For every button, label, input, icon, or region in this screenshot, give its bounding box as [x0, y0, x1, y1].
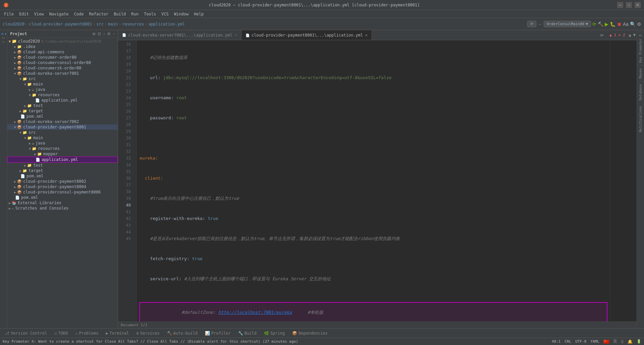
- breadcrumb-src[interactable]: src: [96, 22, 104, 26]
- settings-btn[interactable]: ⚙: [637, 21, 641, 27]
- tree-item-consumer-order80[interactable]: ▶ 📦 cloud-consumer-order80: [7, 55, 118, 60]
- tree-item-consumerconsul[interactable]: ▶ 📦 cloud-consumerconsul-order80: [7, 60, 118, 65]
- scroll-down-btn[interactable]: ▼: [632, 33, 637, 38]
- tree-item-appyml7001[interactable]: 📄 application.yml: [7, 98, 118, 103]
- tree-item-payment8002[interactable]: ▶ 📦 cloud-provider-payment8002: [7, 179, 118, 184]
- menu-refactor[interactable]: Refactor: [86, 11, 111, 17]
- tree-item-appyml8001[interactable]: 📄 application.yml: [7, 157, 118, 163]
- tab-close-eureka7001[interactable]: ✕: [234, 33, 237, 37]
- structure-icon[interactable]: S: [2, 41, 5, 43]
- tab-build[interactable]: 🔧 Build: [235, 330, 260, 337]
- search-btn[interactable]: 🔍: [630, 21, 636, 27]
- tree-item-resources7001[interactable]: ▼ 📁 resources: [7, 92, 118, 98]
- tree-item-eureka7001[interactable]: ▼ 📦 cloud-eureka-server7001: [7, 71, 118, 76]
- menu-build[interactable]: Build: [111, 11, 128, 17]
- tree-item-main7001[interactable]: ▼ 📁 main: [7, 81, 118, 87]
- project-sort-btn[interactable]: ↕: [103, 32, 105, 36]
- tree-item-java8001[interactable]: ▶ ☕ java: [7, 140, 118, 146]
- key-promoter-tab[interactable]: Key Promoter X: [637, 32, 644, 65]
- tree-item-ext-libs[interactable]: ▶ 📚 External Libraries: [7, 200, 118, 206]
- bookmarks-icon[interactable]: B: [2, 37, 5, 39]
- database-tab[interactable]: Database: [637, 81, 644, 103]
- line-separator[interactable]: CRL: [565, 339, 571, 344]
- tree-item-java7001[interactable]: ▶ ☕ java: [7, 87, 118, 92]
- toolbar-back-btn[interactable]: ←: [538, 21, 542, 27]
- tab-services[interactable]: ⚙ Services: [133, 330, 163, 337]
- tab-problems[interactable]: ⚠ Problems: [72, 330, 102, 337]
- tree-item-idea[interactable]: ▶ 📁 .idea: [7, 44, 118, 49]
- project-tree[interactable]: ▼ 📁 cloud2020 E:\idea-workspace\cloud202…: [7, 38, 118, 328]
- project-collapse-btn[interactable]: ⊟: [98, 32, 101, 36]
- tree-item-src7001[interactable]: ▼ 📁 src: [7, 76, 118, 81]
- menu-edit[interactable]: Edit: [16, 11, 32, 17]
- encoding[interactable]: UTF-8: [575, 339, 586, 344]
- breadcrumb-payment8001[interactable]: cloud-provider-payment8001: [29, 22, 92, 26]
- run-config-selector[interactable]: OrderConsulMain80 ▼: [544, 21, 591, 27]
- close-button[interactable]: ✕: [635, 2, 641, 8]
- notification-bell[interactable]: 🔔: [628, 339, 633, 344]
- project-icon[interactable]: P: [1, 33, 6, 35]
- cursor-position[interactable]: 40:1: [552, 339, 561, 344]
- project-close-btn[interactable]: −: [113, 32, 115, 36]
- menu-view[interactable]: View: [32, 11, 47, 17]
- tree-item-payment8001[interactable]: ▼ 📦 cloud-provider-payment8001: [7, 124, 118, 130]
- tree-item-src8001[interactable]: ▼ 📁 src: [7, 130, 118, 135]
- breadcrumb-file[interactable]: application.yml: [149, 22, 185, 26]
- tree-item-target8001[interactable]: ▶ 📁 target: [7, 168, 118, 173]
- project-expand-btn[interactable]: ⊕: [92, 32, 96, 36]
- tree-item-payment8006[interactable]: ▶ 📦 cloud-providerconsul-payment8006: [7, 189, 118, 195]
- build-btn[interactable]: 🔨: [598, 21, 603, 27]
- tab-version-control[interactable]: ⎇ Version Control: [1, 330, 50, 337]
- scroll-up-btn[interactable]: ▲: [628, 33, 632, 38]
- menu-tools[interactable]: Tools: [141, 11, 159, 17]
- menu-vcs[interactable]: VCS: [159, 11, 171, 17]
- breadcrumb-resources[interactable]: resources: [122, 22, 144, 26]
- translate-btn[interactable]: Aa: [623, 21, 629, 27]
- code-editor[interactable]: #记得先创建数据库 url: jdbc:mysql://localhost:33…: [137, 40, 610, 322]
- tab-eureka7001-yml[interactable]: 📄 cloud-eureka-server7001\...\applicatio…: [118, 30, 241, 40]
- tree-item-pom7001[interactable]: 📄 pom.xml: [7, 114, 118, 119]
- tab-todo[interactable]: ☑ TODO: [51, 330, 71, 337]
- tree-item-test8001[interactable]: ▶ 📁 test: [7, 163, 118, 168]
- tab-terminal[interactable]: ▶ Terminal: [103, 330, 132, 337]
- run-btn[interactable]: ▶: [605, 21, 608, 27]
- tree-item-eureka7002[interactable]: ▶ 📦 cloud-eureka-server7002: [7, 119, 118, 124]
- tree-item-resources8001[interactable]: ▼ 📁 resources: [7, 146, 118, 151]
- stop-btn[interactable]: ⏹: [617, 21, 622, 27]
- tree-item-mapper8001[interactable]: ▶ 📁 mapper: [7, 151, 118, 157]
- tab-dependencies[interactable]: 📦 Dependencies: [289, 330, 331, 337]
- tab-profiler[interactable]: 📊 Profiler: [202, 330, 234, 337]
- tree-item-test7001[interactable]: ▶ 📁 test: [7, 103, 118, 108]
- tree-item-payment8004[interactable]: ▶ 📦 cloud-provider-payment8004: [7, 184, 118, 189]
- tree-item-target7001[interactable]: ▶ 📁 target: [7, 108, 118, 114]
- tree-item-scratches[interactable]: ▶ ✏ Scratches and Consoles: [7, 206, 118, 211]
- tree-item-pom8001[interactable]: 📄 pom.xml: [7, 173, 118, 179]
- minimize-button[interactable]: ─: [617, 2, 623, 8]
- breadcrumb-main[interactable]: main: [108, 22, 118, 26]
- tree-item-api-commons[interactable]: ▶ 📦 cloud-api-commons: [7, 49, 118, 55]
- debug-btn[interactable]: 🐛: [610, 21, 615, 27]
- tab-auto-build[interactable]: 🔨 Auto-build: [164, 330, 201, 337]
- menu-window[interactable]: Window: [171, 11, 191, 17]
- menu-run[interactable]: Run: [128, 11, 141, 17]
- menu-code[interactable]: Code: [71, 11, 87, 17]
- tree-item-consumerzk[interactable]: ▶ 📦 cloud-consumerzk-order80: [7, 65, 118, 71]
- refresh-btn[interactable]: ⟳: [592, 21, 596, 27]
- maven-tab[interactable]: Maven: [637, 65, 644, 81]
- editor-content[interactable]: 1617181920 2122232425 2627282930 3132333…: [118, 40, 637, 322]
- tree-item-pom-root[interactable]: 📄 pom.xml: [7, 195, 118, 200]
- menu-file[interactable]: File: [1, 11, 16, 17]
- notifications-tab[interactable]: Notifications: [637, 103, 644, 135]
- minimap[interactable]: [610, 40, 637, 322]
- menu-navigate[interactable]: Navigate: [47, 11, 71, 17]
- tree-item-main8001[interactable]: ▼ 📁 main: [7, 135, 118, 140]
- toolbar-sync-btn[interactable]: ⟳: [527, 21, 536, 27]
- tab-payment8001-yml[interactable]: 📄 cloud-provider-payment8001\...\applica…: [241, 30, 372, 40]
- menu-help[interactable]: Help: [191, 11, 206, 17]
- breadcrumb-cloud2020[interactable]: cloud2020: [3, 22, 24, 26]
- maximize-button[interactable]: □: [626, 2, 632, 8]
- tab-spring[interactable]: 🌿 Spring: [261, 330, 288, 337]
- tabs-more-btn[interactable]: ≫: [597, 32, 607, 39]
- tree-item-cloud2020[interactable]: ▼ 📁 cloud2020 E:\idea-workspace\cloud202…: [7, 39, 118, 44]
- tab-close-payment8001[interactable]: ✕: [365, 34, 368, 37]
